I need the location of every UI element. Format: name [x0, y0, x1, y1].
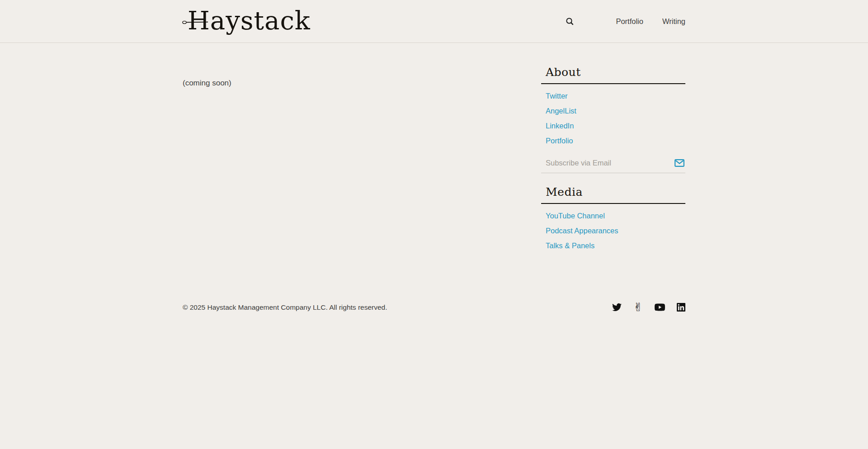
envelope-icon [675, 159, 684, 167]
media-heading: Media [541, 185, 685, 199]
sidebar: About Twitter AngelList LinkedIn Portfol… [541, 43, 685, 253]
sidebar-link-linkedin[interactable]: LinkedIn [541, 118, 685, 133]
linkedin-icon [677, 303, 685, 312]
subscribe-submit-button[interactable] [675, 159, 684, 167]
list-item: Talks & Panels [541, 238, 685, 253]
main-nav: Portfolio Writing [564, 15, 685, 28]
list-item: YouTube Channel [541, 208, 685, 223]
media-rule [541, 203, 685, 204]
subscribe-email-input[interactable] [546, 159, 675, 167]
about-heading: About [541, 66, 685, 79]
footer-angellist-link[interactable]: ✌ [633, 302, 643, 313]
sidebar-link-podcast-appearances[interactable]: Podcast Appearances [541, 223, 685, 238]
list-item: Portfolio [541, 133, 685, 148]
site-footer: © 2025 Haystack Management Company LLC. … [0, 296, 868, 318]
footer-twitter-link[interactable] [612, 302, 622, 312]
sidebar-link-twitter[interactable]: Twitter [541, 89, 685, 104]
haystack-logo[interactable]: Haystack [183, 8, 311, 33]
logo-text: Haystack [188, 6, 311, 35]
youtube-play-icon [655, 302, 665, 312]
sidebar-link-portfolio[interactable]: Portfolio [541, 133, 685, 148]
sidebar-link-angellist[interactable]: AngelList [541, 104, 685, 118]
media-section: Media YouTube Channel Podcast Appearance… [541, 185, 685, 253]
search-button[interactable] [564, 15, 576, 28]
list-item: Twitter [541, 89, 685, 104]
list-item: Podcast Appearances [541, 223, 685, 238]
footer-linkedin-link[interactable] [677, 303, 685, 312]
angellist-peace-hand-icon: ✌ [633, 302, 643, 313]
main-area: (coming soon) About Twitter AngelList Li… [0, 43, 868, 296]
sidebar-link-talks-panels[interactable]: Talks & Panels [541, 238, 685, 253]
social-icons-row: ✌ [600, 302, 685, 313]
copyright-text: © 2025 Haystack Management Company LLC. … [183, 303, 387, 312]
sidebar-link-youtube-channel[interactable]: YouTube Channel [541, 208, 685, 223]
nav-link-writing[interactable]: Writing [662, 17, 685, 26]
list-item: LinkedIn [541, 118, 685, 133]
footer-youtube-link[interactable] [655, 302, 665, 312]
search-icon [566, 17, 574, 26]
nav-link-portfolio[interactable]: Portfolio [616, 17, 643, 26]
list-item: AngelList [541, 104, 685, 118]
content-column: (coming soon) [183, 43, 541, 95]
about-rule [541, 83, 685, 84]
media-links: YouTube Channel Podcast Appearances Talk… [541, 208, 685, 253]
site-header: Haystack Portfolio Writing [0, 0, 868, 43]
about-links: Twitter AngelList LinkedIn Portfolio [541, 89, 685, 148]
about-section: About Twitter AngelList LinkedIn Portfol… [541, 66, 685, 148]
coming-soon-text: (coming soon) [183, 79, 541, 88]
twitter-bird-icon [612, 302, 622, 312]
subscribe-email-row [541, 158, 685, 173]
